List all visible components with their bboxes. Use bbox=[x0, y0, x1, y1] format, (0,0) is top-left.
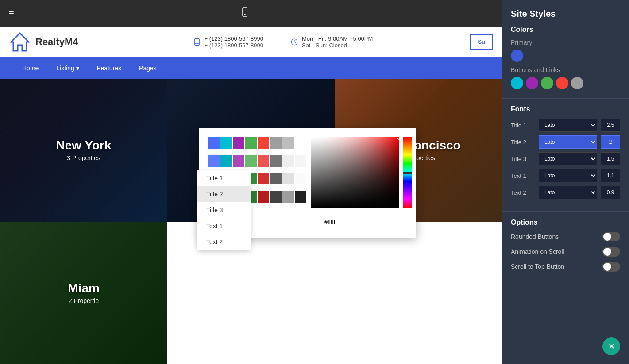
color-swatch[interactable] bbox=[295, 191, 306, 203]
hamburger-icon[interactable]: ≡ bbox=[9, 8, 14, 19]
logo-icon bbox=[9, 31, 31, 53]
btn-color-red[interactable] bbox=[556, 77, 568, 89]
font-select-title1[interactable]: Lato bbox=[539, 119, 597, 132]
contact-info: + (123) 1800-567-8990 + (123) 1800-567-8… bbox=[96, 33, 470, 51]
font-row-text2: Text 2 Lato bbox=[511, 186, 620, 199]
color-swatch[interactable] bbox=[282, 155, 294, 167]
phone-contact: + (123) 1800-567-8990 + (123) 1800-567-8… bbox=[193, 35, 263, 49]
divider2 bbox=[502, 211, 629, 212]
btn-color-gray[interactable] bbox=[571, 77, 583, 89]
hours-weekend: Sat - Sun: Closed bbox=[302, 42, 373, 49]
font-size-text2[interactable] bbox=[601, 186, 620, 199]
property-overlay-new-york: New York 3 Properties bbox=[0, 79, 167, 222]
color-swatch[interactable] bbox=[295, 137, 306, 149]
color-swatch[interactable] bbox=[270, 173, 282, 184]
color-swatch[interactable] bbox=[258, 155, 269, 167]
hours-weekday: Mon - Fri: 9:00AM - 5:00PM bbox=[302, 35, 373, 42]
color-swatch[interactable] bbox=[220, 155, 232, 167]
color-swatch[interactable] bbox=[208, 137, 220, 149]
nav-pages[interactable]: Pages bbox=[130, 57, 166, 79]
color-swatch[interactable] bbox=[233, 155, 244, 167]
property-count-miami: 2 Propertie bbox=[69, 297, 99, 304]
font-select-text1[interactable]: Lato bbox=[539, 169, 597, 182]
property-card-new-york[interactable]: New York 3 Properties bbox=[0, 79, 167, 222]
close-icon: ✕ bbox=[608, 341, 615, 351]
color-swatch[interactable] bbox=[208, 155, 220, 167]
font-type-title3[interactable]: Title 3 bbox=[197, 202, 251, 218]
color-swatch[interactable] bbox=[282, 191, 294, 203]
options-section-title: Options bbox=[511, 218, 620, 226]
color-swatch[interactable] bbox=[282, 173, 294, 184]
color-swatch[interactable] bbox=[245, 137, 257, 149]
btn-color-green[interactable] bbox=[541, 77, 553, 89]
font-type-title1[interactable]: Title 1 bbox=[197, 170, 251, 186]
color-swatch[interactable] bbox=[233, 137, 244, 149]
color-swatch[interactable] bbox=[270, 137, 282, 149]
color-swatch[interactable] bbox=[295, 173, 306, 184]
nav-features[interactable]: Features bbox=[88, 57, 130, 79]
color-swatch[interactable] bbox=[295, 155, 306, 167]
header-cta-button[interactable]: Su bbox=[470, 34, 493, 50]
nav-home[interactable]: Home bbox=[13, 57, 47, 79]
font-type-dropdown[interactable]: Title 1 Title 2 Title 3 Text 1 Text 2 bbox=[197, 170, 251, 250]
scroll-top-label: Scroll to Top Button bbox=[511, 263, 564, 270]
font-type-text1[interactable]: Text 1 bbox=[197, 218, 251, 234]
color-swatch[interactable] bbox=[245, 155, 257, 167]
svg-marker-2 bbox=[11, 33, 29, 51]
font-row-title2: Title 2 Lato bbox=[511, 135, 620, 149]
font-type-title2[interactable]: Title 2 bbox=[197, 186, 251, 202]
color-swatch[interactable] bbox=[270, 191, 282, 203]
btn-color-purple[interactable] bbox=[526, 77, 538, 89]
font-select-title3[interactable]: Lato bbox=[539, 152, 597, 165]
primary-color-swatch[interactable] bbox=[511, 50, 523, 62]
font-select-text2[interactable]: Lato bbox=[539, 186, 597, 199]
color-swatch[interactable] bbox=[258, 191, 269, 203]
hue-slider[interactable] bbox=[403, 137, 412, 208]
city-name-new-york: New York bbox=[56, 138, 111, 153]
rounded-buttons-toggle[interactable] bbox=[602, 232, 620, 241]
font-label-title3: Title 3 bbox=[511, 156, 535, 162]
logo-area: RealtyM4 bbox=[9, 31, 78, 53]
color-swatch[interactable] bbox=[220, 137, 232, 149]
toggle-row-scroll-top: Scroll to Top Button bbox=[511, 262, 620, 272]
hex-input[interactable] bbox=[319, 215, 407, 229]
color-swatch[interactable] bbox=[258, 173, 269, 184]
close-button[interactable]: ✕ bbox=[602, 337, 620, 355]
divider bbox=[502, 98, 629, 99]
rounded-buttons-label: Rounded Buttons bbox=[511, 233, 559, 240]
property-count-new-york: 3 Properties bbox=[67, 154, 100, 161]
property-overlay-miami: Miam 2 Propertie bbox=[0, 222, 167, 364]
color-swatch[interactable] bbox=[270, 155, 282, 167]
scroll-top-toggle[interactable] bbox=[602, 262, 620, 272]
property-card-miami[interactable]: Miam 2 Propertie bbox=[0, 222, 167, 364]
phone-icon bbox=[193, 38, 201, 46]
colors-section: Colors Primary Buttons and Links bbox=[502, 26, 629, 96]
font-row-title1: Title 1 Lato bbox=[511, 119, 620, 132]
font-size-title1[interactable] bbox=[601, 119, 620, 132]
btn-color-teal[interactable] bbox=[511, 77, 523, 89]
device-preview-icon[interactable] bbox=[239, 7, 250, 20]
gradient-picker[interactable] bbox=[311, 137, 399, 208]
colors-section-title: Colors bbox=[511, 26, 620, 34]
hue-indicator bbox=[403, 172, 412, 174]
font-type-text2[interactable]: Text 2 bbox=[197, 234, 251, 250]
color-swatch[interactable] bbox=[258, 137, 269, 149]
right-panel: Site Styles Colors Primary Buttons and L… bbox=[502, 0, 629, 364]
hours-contact: Mon - Fri: 9:00AM - 5:00PM Sat - Sun: Cl… bbox=[290, 35, 373, 49]
toggle-row-animation: Animation on Scroll bbox=[511, 247, 620, 257]
animation-scroll-toggle[interactable] bbox=[602, 247, 620, 257]
svg-point-1 bbox=[244, 14, 245, 15]
fonts-section: Fonts Title 1 Lato Title 2 Lato Title 3 … bbox=[502, 105, 629, 209]
font-select-title2[interactable]: Lato bbox=[539, 135, 597, 149]
font-label-title2: Title 2 bbox=[511, 139, 535, 146]
font-size-title3[interactable] bbox=[601, 152, 620, 165]
font-size-text1[interactable] bbox=[601, 169, 620, 182]
font-label-text2: Text 2 bbox=[511, 189, 535, 196]
font-label-text1: Text 1 bbox=[511, 172, 535, 179]
nav-listing[interactable]: Listing ▾ bbox=[47, 57, 88, 79]
color-swatch[interactable] bbox=[282, 137, 294, 149]
site-logo-text: RealtyM4 bbox=[35, 36, 78, 48]
font-size-title2[interactable] bbox=[601, 135, 620, 149]
phone-line1: + (123) 1800-567-8990 bbox=[205, 35, 263, 42]
site-header: RealtyM4 + (123) 1800-567-8990 + (123) 1… bbox=[0, 27, 502, 57]
